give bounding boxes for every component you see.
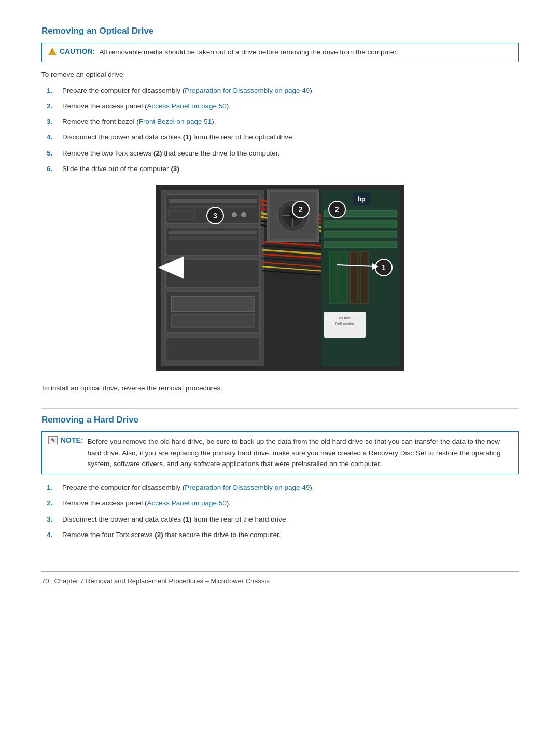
- step-text-4: Disconnect the power and data cables (1)…: [62, 132, 519, 143]
- link-access-panel-1[interactable]: Access Panel on page 50: [147, 102, 227, 110]
- optical-step-4: 4. Disconnect the power and data cables …: [47, 132, 519, 143]
- step-num-1: 1.: [47, 86, 56, 96]
- optical-intro: To remove an optical drive:: [41, 69, 519, 80]
- hdd-step-num-2: 2.: [47, 498, 56, 509]
- svg-rect-5: [169, 210, 194, 220]
- step-num-4: 4.: [47, 132, 56, 143]
- hard-drive-title: Removing a Hard Drive: [41, 415, 519, 425]
- svg-rect-15: [166, 338, 259, 361]
- svg-rect-14: [171, 314, 254, 327]
- link-preparation-2[interactable]: Preparation for Disassembly on page 49: [185, 484, 310, 491]
- note-box: ✎ NOTE: Before you remove the old hard d…: [41, 431, 519, 474]
- svg-text:RoHS compliant: RoHS compliant: [335, 322, 355, 325]
- diagram-image: hp CE FCC RoHS compliant: [156, 185, 404, 371]
- page-footer: 70 Chapter 7 Removal and Replacement Pro…: [41, 571, 519, 585]
- optical-step-3: 3. Remove the front bezel (Front Bezel o…: [47, 117, 519, 127]
- svg-text:2: 2: [335, 205, 339, 214]
- hdd-step-text-1: Prepare the computer for disassembly (Pr…: [62, 483, 519, 493]
- step-num-5: 5.: [47, 148, 56, 159]
- svg-point-6: [241, 212, 246, 217]
- svg-rect-13: [171, 296, 254, 312]
- optical-step-1: 1. Prepare the computer for disassembly …: [47, 86, 519, 96]
- optical-drive-diagram: hp CE FCC RoHS compliant: [156, 185, 404, 373]
- optical-step-5: 5. Remove the two Torx screws (2) that s…: [47, 148, 519, 159]
- footer-chapter-text: Chapter 7 Removal and Replacement Proced…: [54, 577, 269, 585]
- svg-point-7: [232, 212, 237, 217]
- hard-drive-steps-list: 1. Prepare the computer for disassembly …: [47, 483, 519, 540]
- computer-diagram-svg: hp CE FCC RoHS compliant: [156, 185, 404, 371]
- svg-rect-9: [169, 231, 257, 234]
- hdd-step-text-4: Remove the four Torx screws (2) that sec…: [62, 530, 519, 540]
- link-front-bezel[interactable]: Front Bezel on page 51: [139, 118, 212, 125]
- caution-box: CAUTION: All removable media should be t…: [41, 43, 519, 62]
- hdd-step-text-2: Remove the access panel (Access Panel on…: [62, 498, 519, 509]
- svg-text:hp: hp: [358, 195, 366, 203]
- optical-after-text: To install an optical drive, reverse the…: [41, 383, 519, 393]
- svg-rect-3: [169, 199, 257, 203]
- step-text-6: Slide the drive out of the computer (3).: [62, 164, 519, 174]
- svg-rect-37: [340, 252, 347, 304]
- step-text-3: Remove the front bezel (Front Bezel on p…: [62, 117, 519, 127]
- hdd-step-num-1: 1.: [47, 483, 56, 493]
- svg-rect-10: [169, 236, 257, 240]
- step-num-2: 2.: [47, 101, 56, 111]
- step-text-5: Remove the two Torx screws (2) that secu…: [62, 148, 519, 159]
- hard-drive-section: Removing a Hard Drive ✎ NOTE: Before you…: [41, 415, 519, 540]
- svg-rect-36: [329, 252, 337, 304]
- hdd-step-num-3: 3.: [47, 514, 56, 525]
- optical-drive-title: Removing an Optical Drive: [41, 26, 519, 36]
- svg-rect-33: [324, 221, 397, 227]
- step-text-2: Remove the access panel (Access Panel on…: [62, 101, 519, 111]
- svg-rect-34: [324, 231, 397, 237]
- svg-text:CE FCC: CE FCC: [339, 317, 351, 320]
- section-divider: [41, 408, 519, 409]
- hdd-step-3: 3. Disconnect the power and data cables …: [47, 514, 519, 525]
- svg-rect-38: [350, 252, 358, 304]
- hdd-step-num-4: 4.: [47, 530, 56, 540]
- svg-text:1: 1: [382, 263, 386, 272]
- svg-rect-39: [360, 252, 368, 304]
- hdd-step-text-3: Disconnect the power and data cables (1)…: [62, 514, 519, 525]
- note-symbol-icon: ✎: [48, 436, 58, 444]
- step-text-1: Prepare the computer for disassembly (Pr…: [62, 86, 519, 96]
- hdd-step-1: 1. Prepare the computer for disassembly …: [47, 483, 519, 493]
- svg-rect-35: [324, 242, 397, 248]
- svg-text:2: 2: [299, 205, 303, 214]
- caution-text: All removable media should be taken out …: [99, 47, 398, 58]
- svg-text:3: 3: [213, 212, 217, 220]
- step-num-3: 3.: [47, 117, 56, 127]
- hdd-step-2: 2. Remove the access panel (Access Panel…: [47, 498, 519, 509]
- page-content: Removing an Optical Drive CAUTION: All r…: [0, 0, 560, 616]
- link-preparation-1[interactable]: Preparation for Disassembly on page 49: [185, 87, 310, 94]
- note-text: Before you remove the old hard drive, be…: [88, 436, 512, 470]
- link-access-panel-2[interactable]: Access Panel on page 50: [147, 499, 227, 507]
- optical-step-2: 2. Remove the access panel (Access Panel…: [47, 101, 519, 111]
- caution-icon: CAUTION:: [48, 47, 95, 55]
- optical-drive-section: Removing an Optical Drive CAUTION: All r…: [41, 26, 519, 393]
- note-icon: ✎ NOTE:: [48, 436, 83, 444]
- hdd-step-4: 4. Remove the four Torx screws (2) that …: [47, 530, 519, 540]
- step-num-6: 6.: [47, 164, 56, 174]
- caution-triangle-icon: [48, 48, 57, 55]
- footer-page-number: 70: [41, 577, 49, 585]
- optical-steps-list: 1. Prepare the computer for disassembly …: [47, 86, 519, 175]
- optical-step-6: 6. Slide the drive out of the computer (…: [47, 164, 519, 174]
